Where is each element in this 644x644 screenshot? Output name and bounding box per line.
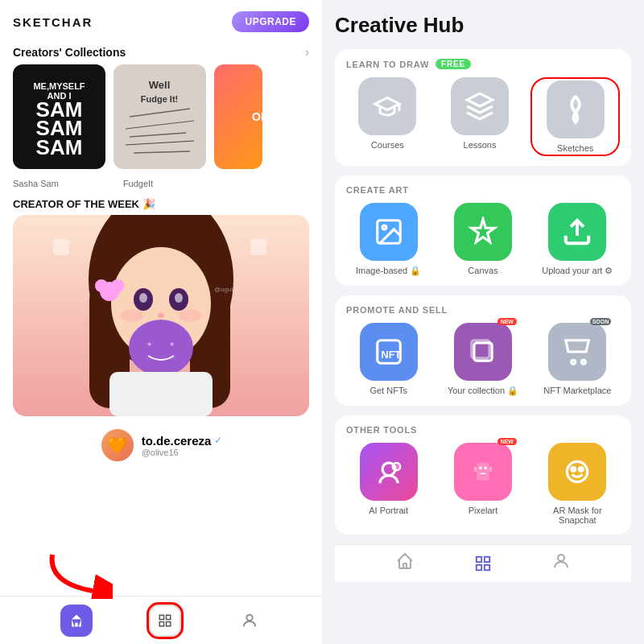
svg-text:★: ★ [169, 341, 175, 348]
svg-rect-60 [477, 565, 481, 570]
left-bottom-nav [0, 596, 322, 644]
image-based-label: Image-based 🔒 [356, 266, 421, 276]
ai-portrait-item[interactable]: AI Portrait [346, 443, 431, 525]
lessons-item[interactable]: Lessons [439, 77, 522, 156]
nft-label: Get NFTs [369, 386, 407, 395]
promote-items-row: NFT Get NFTs NEW Your collection 🔒 [346, 323, 620, 396]
svg-rect-49 [477, 463, 489, 481]
svg-text:@ugui...: @ugui... [214, 286, 238, 293]
collection-icon [454, 323, 512, 381]
other-tools-title: OTHER TOOLS [346, 425, 620, 435]
svg-point-39 [382, 225, 386, 229]
canvas-item[interactable]: Canvas [440, 203, 525, 276]
right-bottom-nav [335, 544, 631, 582]
other-items-row: AI Portrait [346, 443, 620, 525]
ar-mask-icon [548, 443, 606, 501]
right-nav-grid[interactable] [472, 552, 494, 575]
left-nav-grid[interactable] [149, 605, 181, 637]
svg-rect-53 [474, 467, 477, 472]
svg-point-46 [582, 360, 586, 364]
svg-point-17 [158, 313, 164, 318]
courses-item[interactable]: Courses [346, 77, 429, 156]
svg-point-37 [246, 614, 252, 620]
ai-portrait-label: AI Portrait [369, 506, 408, 515]
collection-author-1: Sasha Sam [13, 179, 59, 188]
verified-icon: ✓ [214, 435, 222, 446]
collection-card-3[interactable]: OH [214, 64, 262, 169]
svg-point-56 [572, 467, 576, 471]
left-nav-profile[interactable] [237, 609, 262, 633]
ar-mask-item[interactable]: AR Mask for Snapchat [535, 443, 620, 525]
nft-marketplace-label: NFT Marketplace [543, 386, 611, 395]
right-panel: Creative Hub LEARN TO DRAW FREE Courses [322, 0, 644, 644]
svg-rect-33 [159, 615, 163, 619]
creators-collections-title: Creators' Collections [13, 46, 126, 59]
courses-icon [358, 77, 416, 135]
lessons-icon [451, 77, 509, 135]
create-art-section: CREATE ART Image-based 🔒 [335, 175, 631, 286]
left-panel: SKETCHAR UPGRADE Creators' Collections ›… [0, 0, 322, 644]
upgrade-button[interactable]: UPGRADE [232, 11, 309, 32]
sketches-icon [547, 80, 605, 138]
learn-to-draw-section: LEARN TO DRAW FREE Courses [335, 49, 631, 166]
creator-handle: @olive16 [142, 448, 223, 457]
sketches-label: Sketches [557, 143, 593, 153]
free-badge: FREE [436, 59, 471, 69]
right-nav-home[interactable] [395, 551, 415, 576]
creator-name: to.de.cereza [142, 434, 212, 448]
pixelart-item[interactable]: NEW Pixelart [440, 443, 525, 525]
creator-of-week-title: CREATOR OF THE WEEK 🎉 [13, 198, 309, 210]
create-art-title: CREATE ART [346, 185, 620, 195]
canvas-icon [454, 203, 512, 261]
collection-card-2[interactable]: Well Fudge It! [114, 64, 206, 169]
red-arrow-indicator [44, 547, 113, 602]
creator-of-week-section: CREATOR OF THE WEEK 🎉 [0, 198, 322, 423]
pixelart-new-badge: NEW [497, 438, 517, 445]
upload-art-item[interactable]: Upload your art ⚙ [535, 203, 620, 276]
left-header: SKETCHAR UPGRADE [0, 0, 322, 39]
chevron-right-icon[interactable]: › [305, 45, 309, 60]
svg-rect-58 [477, 557, 481, 562]
collection-label: Your collection 🔒 [448, 386, 518, 396]
app-logo: SKETCHAR [13, 15, 93, 29]
svg-rect-31 [53, 239, 69, 255]
svg-point-27 [95, 279, 108, 292]
svg-rect-34 [167, 615, 171, 619]
svg-text:★: ★ [147, 341, 152, 348]
svg-point-62 [558, 555, 564, 561]
courses-label: Courses [371, 140, 404, 150]
learn-items-row: Courses Lessons Sketche [346, 77, 620, 156]
svg-point-16 [175, 293, 183, 303]
svg-text:Fudge It!: Fudge It! [141, 94, 178, 104]
sketches-item[interactable]: Sketches [530, 77, 620, 156]
svg-point-45 [572, 360, 576, 364]
pixelart-label: Pixelart [469, 506, 498, 515]
svg-text:NFT: NFT [381, 349, 401, 361]
svg-point-18 [121, 309, 143, 322]
svg-rect-59 [485, 557, 489, 562]
svg-rect-50 [479, 467, 481, 469]
upload-art-label: Upload your art ⚙ [542, 266, 613, 276]
svg-point-19 [179, 309, 201, 322]
svg-rect-52 [481, 473, 485, 475]
svg-point-20 [129, 320, 193, 376]
svg-point-57 [580, 467, 584, 471]
collection-item[interactable]: NEW Your collection 🔒 [440, 323, 525, 396]
ai-portrait-icon [360, 443, 418, 501]
image-based-icon [360, 203, 418, 261]
collection-card-1[interactable]: ME,MYSELFAND I SAMSAMSAM [13, 64, 105, 169]
left-nav-home[interactable] [60, 605, 93, 637]
nft-marketplace-item[interactable]: SOON NFT Marketplace [535, 323, 620, 396]
svg-rect-30 [250, 239, 266, 255]
right-nav-profile[interactable] [551, 551, 571, 576]
svg-rect-25 [109, 372, 213, 416]
creator-info: 🧡 to.de.cereza ✓ @olive16 [0, 423, 322, 469]
other-tools-section: OTHER TOOLS AI Portrait [335, 415, 631, 535]
creative-hub-title: Creative Hub [335, 13, 631, 38]
image-based-item[interactable]: Image-based 🔒 [346, 203, 431, 276]
soon-badge: SOON [590, 318, 612, 325]
svg-point-48 [392, 463, 400, 471]
collection-author-2: FudgeIt [123, 179, 153, 188]
nft-item[interactable]: NFT Get NFTs [346, 323, 431, 396]
svg-rect-35 [159, 621, 163, 625]
